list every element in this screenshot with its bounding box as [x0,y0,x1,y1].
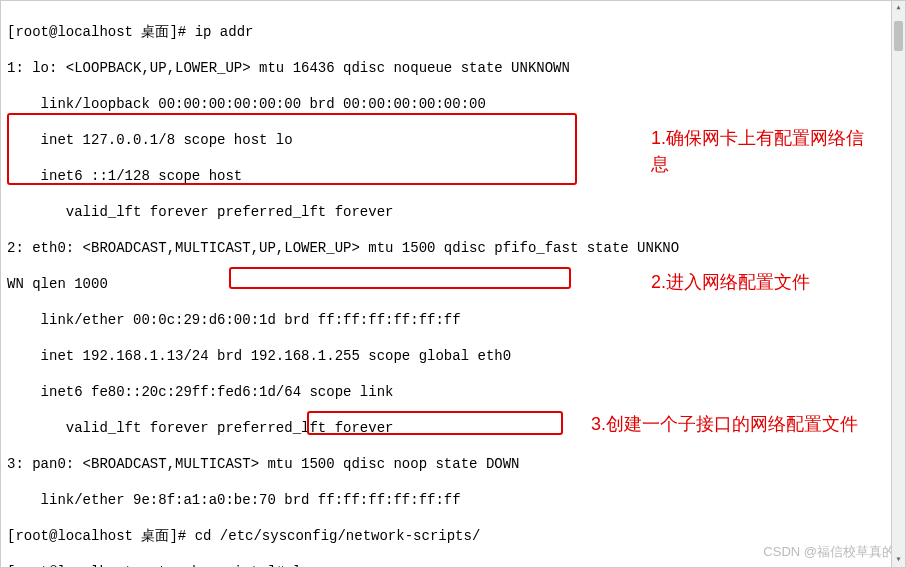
out-line: link/ether 9e:8f:a1:a0:be:70 brd ff:ff:f… [7,491,899,509]
out-line: 1: lo: <LOOPBACK,UP,LOWER_UP> mtu 16436 … [7,59,899,77]
watermark-text: CSDN @福信校草真的 [763,543,895,561]
scroll-down-icon[interactable]: ▾ [892,553,905,567]
annotation-3: 3.创建一个子接口的网络配置文件 [591,411,891,437]
out-line: link/loopback 00:00:00:00:00:00 brd 00:0… [7,95,899,113]
out-line: 3: pan0: <BROADCAST,MULTICAST> mtu 1500 … [7,455,899,473]
annotation-2: 2.进入网络配置文件 [651,269,881,295]
scroll-thumb[interactable] [894,21,903,51]
out-line: link/ether 00:0c:29:d6:00:1d brd ff:ff:f… [7,311,899,329]
out-line: valid_lft forever preferred_lft forever [7,203,899,221]
annotation-1: 1.确保网卡上有配置网络信息 [651,125,881,177]
out-line: inet6 fe80::20c:29ff:fed6:1d/64 scope li… [7,383,899,401]
out-line: 2: eth0: <BROADCAST,MULTICAST,UP,LOWER_U… [7,239,899,257]
out-line: inet 192.168.1.13/24 brd 192.168.1.255 s… [7,347,899,365]
prompt-line: [root@localhost 桌面]# ip addr [7,23,899,41]
prompt-line: [root@localhost network-scripts]# ls [7,563,899,568]
scroll-up-icon[interactable]: ▴ [892,1,905,15]
vertical-scrollbar[interactable]: ▴ ▾ [891,1,905,567]
